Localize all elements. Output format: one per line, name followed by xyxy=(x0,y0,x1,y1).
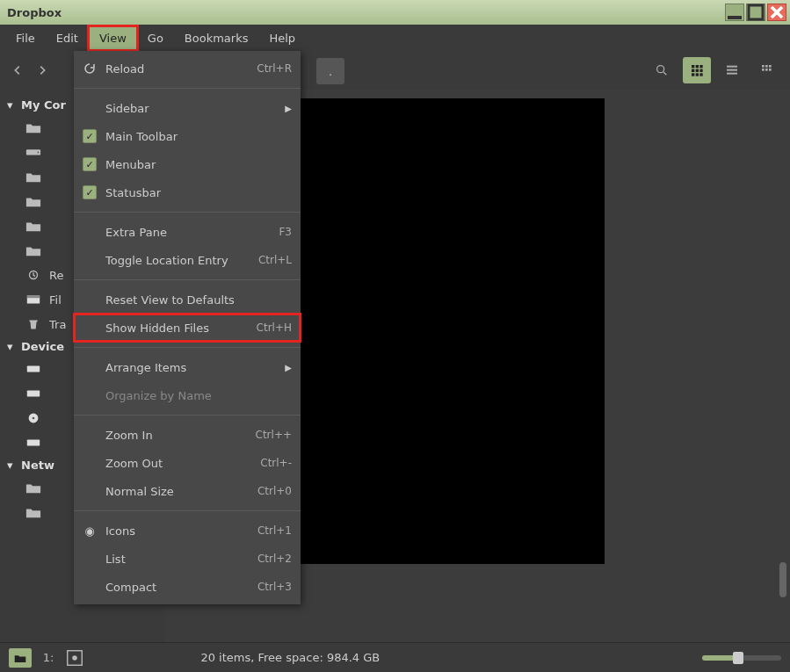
sidebar-scrollbar-thumb[interactable] xyxy=(779,562,786,597)
menu-main-toolbar[interactable]: Main Toolbar xyxy=(74,122,301,150)
menu-compact-view[interactable]: Compact Ctrl+3 xyxy=(74,573,301,601)
menu-separator xyxy=(74,510,301,511)
menu-help[interactable]: Help xyxy=(258,26,306,50)
menu-show-hidden-files[interactable]: Show Hidden Files Ctrl+H xyxy=(74,314,301,342)
menu-sidebar[interactable]: Sidebar ▶ xyxy=(74,94,301,122)
svg-rect-17 xyxy=(769,65,772,68)
folder-icon xyxy=(25,481,42,495)
menu-item-label: Sidebar xyxy=(105,102,276,115)
view-list-button[interactable] xyxy=(718,57,746,83)
svg-rect-25 xyxy=(27,296,40,299)
svg-point-30 xyxy=(33,417,35,420)
zoom-slider-knob[interactable] xyxy=(733,652,743,664)
menu-item-accel: F3 xyxy=(279,226,292,238)
menu-item-label: Reset View to Defaults xyxy=(105,293,292,307)
menu-toggle-location[interactable]: Toggle Location Entry Ctrl+L xyxy=(74,246,301,274)
menu-view[interactable]: View xyxy=(89,26,137,50)
menu-item-label: Normal Size xyxy=(105,485,249,498)
trash-icon xyxy=(25,317,42,331)
menu-item-accel: Ctrl++ xyxy=(256,429,292,441)
status-text: 20 items, Free space: 984.4 GB xyxy=(93,651,488,664)
nav-back-button[interactable] xyxy=(9,61,26,79)
menu-normal-size[interactable]: Normal Size Ctrl+0 xyxy=(74,477,301,505)
menu-item-label: Main Toolbar xyxy=(105,130,292,143)
folder-icon xyxy=(25,243,42,257)
nav-forward-button[interactable] xyxy=(33,61,51,79)
menu-item-label: Reload xyxy=(105,62,248,76)
minimize-button[interactable] xyxy=(725,4,744,21)
menu-arrange-items[interactable]: Arrange Items ▶ xyxy=(74,353,301,381)
svg-rect-3 xyxy=(692,65,694,68)
chevron-down-icon: ▾ xyxy=(7,459,16,472)
optical-disc-icon xyxy=(25,411,42,425)
breadcrumb-segment[interactable]: . xyxy=(316,58,344,84)
menu-menubar[interactable]: Menubar xyxy=(74,150,301,178)
folder-icon xyxy=(25,120,42,134)
svg-rect-11 xyxy=(699,73,702,76)
submenu-arrow-icon: ▶ xyxy=(285,104,292,113)
zoom-slider[interactable] xyxy=(702,655,781,661)
svg-rect-18 xyxy=(762,69,765,71)
svg-point-33 xyxy=(72,655,77,661)
sidebar-section-label: My Cor xyxy=(21,98,66,112)
menu-separator xyxy=(74,88,301,89)
drive-icon xyxy=(25,145,42,159)
menubar: File Edit View Go Bookmarks Help xyxy=(0,25,790,51)
view-compact-button[interactable] xyxy=(753,57,781,83)
svg-point-22 xyxy=(38,152,40,154)
menu-list-view[interactable]: List Ctrl+2 xyxy=(74,545,301,573)
menu-item-label: Compact xyxy=(105,581,249,594)
menu-item-accel: Ctrl+0 xyxy=(257,485,292,497)
menu-bookmarks[interactable]: Bookmarks xyxy=(174,26,259,50)
statusbar: 1: 20 items, Free space: 984.4 GB xyxy=(0,642,790,672)
folder-icon xyxy=(25,219,42,233)
menu-statusbar[interactable]: Statusbar xyxy=(74,178,301,206)
menu-item-label: Arrange Items xyxy=(105,361,276,374)
tree-button[interactable]: 1: xyxy=(39,650,58,666)
checkbox-checked-icon xyxy=(83,157,97,171)
menu-item-accel: Ctrl+- xyxy=(260,457,292,469)
folder-icon xyxy=(25,505,42,519)
svg-rect-27 xyxy=(27,365,40,372)
maximize-button[interactable] xyxy=(746,4,765,21)
menu-icons-view[interactable]: ◉ Icons Ctrl+1 xyxy=(74,517,301,545)
menu-zoom-out[interactable]: Zoom Out Ctrl+- xyxy=(74,449,301,477)
checkbox-checked-icon xyxy=(83,185,97,199)
filesystem-icon xyxy=(25,293,42,307)
svg-rect-26 xyxy=(30,321,38,322)
menu-item-accel: Ctrl+L xyxy=(258,254,292,266)
search-button[interactable] xyxy=(648,57,676,83)
menu-zoom-in[interactable]: Zoom In Ctrl++ xyxy=(74,421,301,449)
view-icons-button[interactable] xyxy=(683,57,711,83)
places-button[interactable] xyxy=(9,648,32,668)
menu-go[interactable]: Go xyxy=(137,26,174,50)
menu-reload[interactable]: Reload Ctrl+R xyxy=(74,54,301,83)
checkbox-checked-icon xyxy=(83,129,97,143)
menu-item-label: Icons xyxy=(105,524,249,538)
svg-rect-28 xyxy=(27,390,40,396)
svg-rect-1 xyxy=(749,5,763,19)
menu-item-label: List xyxy=(105,553,249,566)
menu-organize-by-name: Organize by Name xyxy=(74,381,301,409)
menu-separator xyxy=(74,212,301,213)
svg-rect-13 xyxy=(727,69,737,71)
svg-rect-8 xyxy=(699,69,702,72)
view-menu-dropdown: Reload Ctrl+R Sidebar ▶ Main Toolbar Men… xyxy=(74,51,301,604)
reload-icon xyxy=(83,61,97,76)
menu-reset-view[interactable]: Reset View to Defaults xyxy=(74,285,301,314)
disk-icon xyxy=(25,362,42,376)
show-hidden-toggle-icon[interactable] xyxy=(65,650,84,666)
sidebar-section-label: Netw xyxy=(21,459,54,472)
menu-extra-pane[interactable]: Extra Pane F3 xyxy=(74,218,301,246)
menu-file[interactable]: File xyxy=(5,26,46,50)
svg-rect-20 xyxy=(769,69,772,71)
submenu-arrow-icon: ▶ xyxy=(285,363,292,372)
radio-selected-icon: ◉ xyxy=(83,524,97,538)
menu-edit[interactable]: Edit xyxy=(46,26,89,50)
menu-separator xyxy=(74,415,301,415)
svg-rect-12 xyxy=(727,66,737,68)
close-button[interactable] xyxy=(767,4,786,21)
menu-item-label: Zoom In xyxy=(105,429,247,442)
menu-item-label: Extra Pane xyxy=(105,226,270,239)
sidebar-section-label: Device xyxy=(21,340,64,353)
